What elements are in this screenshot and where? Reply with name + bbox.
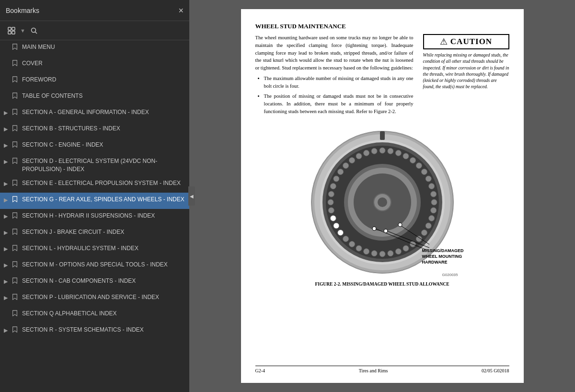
caution-header: ⚠ CAUTION <box>423 34 509 49</box>
bookmark-item-section-d[interactable]: ▶SECTION D - ELECTRICAL SYSTEM (24VDC NO… <box>0 154 189 176</box>
footer-section-title: Tires and Rims <box>359 368 388 373</box>
bookmark-icon <box>11 44 19 50</box>
bookmark-text: SECTION J - BRAKE CIRCUIT - INDEX <box>22 228 185 236</box>
svg-point-15 <box>378 197 387 207</box>
bookmark-item-section-m[interactable]: ▶SECTION M - OPTIONS AND SPECIAL TOOLS -… <box>0 258 189 274</box>
svg-point-93 <box>371 148 377 154</box>
expand-arrow-icon: ▶ <box>2 278 10 285</box>
wheel-label: MISSING/DAMAGEDWHEEL MOUNTINGHARDWARE <box>422 248 463 265</box>
expand-icon <box>8 27 15 35</box>
bookmark-item-section-j[interactable]: ▶SECTION J - BRAKE CIRCUIT - INDEX <box>0 225 189 242</box>
svg-point-26 <box>410 157 415 163</box>
footer-date-code: 02/05 G02018 <box>482 368 509 373</box>
bookmark-item-section-q[interactable]: SECTION Q ALPHABETICAL INDEX <box>0 307 189 323</box>
bookmark-icon <box>11 76 19 83</box>
svg-point-4 <box>31 28 35 32</box>
svg-point-75 <box>328 199 334 205</box>
bookmark-item-section-r[interactable]: ▶SECTION R - SYSTEM SCHEMATICS - INDEX <box>0 323 189 339</box>
bookmark-item-section-a[interactable]: ▶SECTION A - GENERAL INFORMATION - INDEX <box>0 105 189 122</box>
bookmark-text: MAIN MENU <box>22 43 185 51</box>
bookmark-text: TABLE OF CONTENTS <box>22 92 185 100</box>
bookmark-icon <box>11 212 19 219</box>
svg-point-60 <box>371 250 377 256</box>
expand-arrow-icon: ▶ <box>2 262 10 269</box>
bookmark-item-section-g[interactable]: ▶SECTION G - REAR AXLE, SPINDLES AND WHE… <box>0 193 189 209</box>
svg-point-52 <box>403 245 409 251</box>
bookmark-item-section-h[interactable]: ▶SECTION H - HYDRAIR II SUSPENSIONS - IN… <box>0 209 189 225</box>
svg-rect-0 <box>8 27 11 30</box>
expand-arrow-icon: ▶ <box>2 327 10 334</box>
collapse-panel-button[interactable]: ◀ <box>188 186 195 206</box>
svg-point-91 <box>363 150 369 156</box>
svg-point-40 <box>430 207 436 213</box>
svg-point-44 <box>426 223 431 229</box>
svg-point-71 <box>330 215 336 221</box>
bookmark-text: SECTION M - OPTIONS AND SPECIAL TOOLS - … <box>22 261 185 269</box>
bookmark-icon <box>11 158 19 164</box>
svg-point-36 <box>430 191 436 197</box>
svg-point-97 <box>398 223 402 227</box>
close-button[interactable]: × <box>178 6 184 15</box>
bookmark-icon <box>11 261 19 268</box>
svg-point-32 <box>426 176 431 182</box>
document-page: WHEEL STUD MAINTENANCE The wheel mountin… <box>241 9 524 383</box>
bookmark-item-section-e[interactable]: ▶SECTION E - ELECTRICAL PROPULSION SYSTE… <box>0 176 189 193</box>
bookmark-item-toc[interactable]: TABLE OF CONTENTS <box>0 89 189 105</box>
search-bookmark-button[interactable] <box>27 25 41 36</box>
expand-arrow-icon: ▶ <box>2 229 10 236</box>
bookmark-text: SECTION Q ALPHABETICAL INDEX <box>22 310 185 318</box>
wheel-diagram-container: MISSING/DAMAGEDWHEEL MOUNTINGHARDWARE G0… <box>255 123 509 364</box>
bookmark-item-section-c[interactable]: ▶SECTION C - ENGINE - INDEX <box>0 138 189 154</box>
bookmark-item-cover[interactable]: COVER <box>0 57 189 73</box>
svg-point-54 <box>395 248 401 254</box>
panel-toolbar: ▼ <box>0 21 189 40</box>
bookmark-text: SECTION E - ELECTRICAL PROPULSION SYSTEM… <box>22 179 185 187</box>
bookmark-item-main-menu[interactable]: MAIN MENU <box>0 40 189 57</box>
bookmark-item-section-n[interactable]: ▶SECTION N - CAB COMPONENTS - INDEX <box>0 274 189 290</box>
bookmark-icon <box>11 109 19 115</box>
svg-point-24 <box>403 153 409 159</box>
bullet-list: The maximum allowable number of missing … <box>255 75 414 115</box>
bookmark-item-section-p[interactable]: ▶SECTION P - LUBRICATION AND SERVICE - I… <box>0 290 189 307</box>
svg-point-66 <box>349 241 355 247</box>
expand-arrow-icon: ▶ <box>2 142 10 149</box>
bookmark-text: SECTION R - SYSTEM SCHEMATICS - INDEX <box>22 326 185 334</box>
document-title: WHEEL STUD MAINTENANCE <box>255 23 509 30</box>
collapse-arrow-icon: ◀ <box>190 194 194 199</box>
doc-main-text-col: The wheel mounting hardware used on some… <box>255 34 414 118</box>
bookmark-icon <box>11 294 19 300</box>
caution-triangle-icon: ⚠ <box>440 37 448 46</box>
bookmark-text: SECTION P - LUBRICATION AND SERVICE - IN… <box>22 293 185 301</box>
document-footer: G2-4 Tires and Rims 02/05 G02018 <box>255 366 509 373</box>
expand-arrow-icon: ▶ <box>2 180 10 187</box>
svg-point-46 <box>421 230 427 235</box>
bookmarks-panel: Bookmarks × ▼ MAIN MENUCOVERFOREWORDTABL… <box>0 0 189 392</box>
panel-header: Bookmarks × <box>0 0 189 21</box>
bookmark-text: SECTION G - REAR AXLE, SPINDLES AND WHEE… <box>22 196 185 204</box>
bookmark-item-section-l[interactable]: ▶SECTION L - HYDRAULIC SYSTEM - INDEX <box>0 242 189 258</box>
svg-point-20 <box>387 148 393 154</box>
svg-point-28 <box>416 162 422 168</box>
bookmark-item-foreword[interactable]: FOREWORD <box>0 73 189 89</box>
toolbar-separator: ▼ <box>20 28 25 34</box>
svg-point-73 <box>328 207 334 213</box>
bookmark-icon <box>11 125 19 132</box>
expand-all-button[interactable] <box>5 25 18 36</box>
document-panel: WHEEL STUD MAINTENANCE The wheel mountin… <box>189 0 575 392</box>
caution-label: CAUTION <box>450 37 492 46</box>
svg-point-87 <box>349 157 355 163</box>
svg-line-5 <box>35 32 37 34</box>
expand-arrow-icon: ▶ <box>2 196 10 204</box>
expand-arrow-icon: ▶ <box>2 245 10 253</box>
footer-page-number: G2-4 <box>255 368 265 373</box>
expand-arrow-icon: ▶ <box>2 126 10 133</box>
bookmark-text: SECTION C - ENGINE - INDEX <box>22 141 185 149</box>
bookmark-icon <box>11 92 19 99</box>
bookmark-icon <box>11 229 19 235</box>
bookmark-text: SECTION L - HYDRAULIC SYSTEM - INDEX <box>22 244 185 253</box>
bookmark-item-section-b[interactable]: ▶SECTION B - STRUCTURES - INDEX <box>0 122 189 138</box>
bookmark-text: SECTION H - HYDRAIR II SUSPENSIONS - IND… <box>22 212 185 220</box>
bookmark-text: SECTION A - GENERAL INFORMATION - INDEX <box>22 108 185 116</box>
expand-arrow-icon: ▶ <box>2 213 10 220</box>
bookmark-icon <box>11 196 19 203</box>
